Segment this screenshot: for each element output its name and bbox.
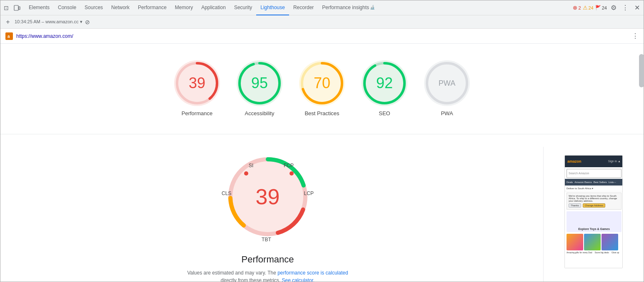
amazon-explore-text: Explore Toys & Games [578,228,610,230]
tab-application[interactable]: Application [197,0,230,15]
tab-elements[interactable]: Elements [25,0,54,15]
score-card-pwa[interactable]: PWA PWA [424,60,470,117]
score-label-best-practices: Best Practices [305,110,339,117]
score-circle-seo: 92 [362,60,407,106]
screenshot-panel: amazon Sign in ▲ Search Amazon Deals Ama… [564,155,631,282]
warn-icon: ⚠ [583,5,588,11]
tab-bar: ⊡ Elements Console Sources Network Perfo… [0,0,644,15]
tab-recorder[interactable]: Recorder [289,0,318,15]
close-icon[interactable]: ✕ [632,3,642,13]
tab-bar-right: ⊗ 2 ⚠ 24 🚩 24 ⚙ ⋮ ✕ [573,3,642,13]
scrollbar[interactable] [639,54,644,87]
score-value-accessibility: 95 [251,74,268,92]
big-gauge: 39 SI FCP LCP TBT CLS [218,147,318,247]
amazon-banner-btns: Thanks Change Address [569,203,619,208]
tab-network[interactable]: Network [107,0,134,15]
amazon-product-3 [602,234,618,250]
tab-security[interactable]: Security [230,0,256,15]
tab-sources[interactable]: Sources [80,0,107,15]
svg-rect-1 [19,7,20,10]
amazon-nav-deals: Deals [567,181,573,183]
score-label-performance: Performance [182,110,212,117]
tab-bar-icons: ⊡ [2,4,21,12]
info-icon: 🚩 [595,5,601,10]
more-options-icon[interactable]: ⋮ [620,3,630,13]
amazon-logo: amazon [567,159,582,163]
score-card-seo[interactable]: 92 SEO [362,60,407,117]
lighthouse-content: 39 Performance 95 Accessibility [0,44,644,282]
score-card-performance[interactable]: 39 Performance [174,60,220,117]
score-label-seo: SEO [379,110,390,117]
performance-note: Values are estimated and may vary. The p… [180,269,355,282]
score-label-accessibility: Accessibility [245,110,275,117]
dock-icon[interactable]: ⊡ [2,4,10,12]
amazon-nav-basics: Amazon Basics [574,181,592,183]
url-more-button[interactable]: ⋮ [632,32,639,40]
see-calculator-link[interactable]: See calculator. [282,277,315,282]
amazon-nav-lists: Lists⋯ [609,181,616,183]
lower-section: 39 SI FCP LCP TBT CLS Performance Values… [13,134,631,282]
amazon-product-1 [567,234,583,250]
error-badge[interactable]: ⊗ 2 [573,5,581,11]
svg-point-19 [244,171,248,176]
url-display[interactable]: https://www.amazon.com/ [16,33,629,39]
site-favicon: a [5,32,13,40]
score-value-performance: 39 [189,74,205,92]
score-circle-accessibility: 95 [237,60,282,106]
address-input[interactable]: 10:34:25 AM – www.amazon.cc ▾ [15,19,82,25]
warn-badge[interactable]: ⚠ 24 [583,5,594,11]
amazon-search-bar: Search Amazon [567,169,622,178]
amazon-change-address-button[interactable]: Change Address [583,203,605,208]
info-badge[interactable]: 🚩 24 [595,5,607,10]
amazon-search-text: Search Amazon [569,172,589,175]
svg-point-18 [290,171,294,176]
amazon-product-2 [584,234,601,250]
amazon-nav: Deals Amazon Basics Best Sellers Lists⋯ [565,179,623,186]
tab-memory[interactable]: Memory [171,0,197,15]
tab-performance-insights[interactable]: Performance insights 🔬 [318,0,379,15]
score-card-best-practices[interactable]: 70 Best Practices [299,60,345,117]
settings-icon[interactable]: ⚙ [609,3,619,13]
error-icon: ⊗ [573,5,577,11]
block-button[interactable]: ⊘ [85,19,90,25]
score-label-pwa: PWA [441,110,453,117]
amazon-header: amazon Sign in ▲ [565,156,623,167]
performance-detail: 39 SI FCP LCP TBT CLS Performance Values… [13,147,522,282]
performance-insights-icon: 🔬 [370,5,375,10]
url-bar: a https://www.amazon.com/ ⋮ [0,29,644,44]
amazon-banner-msg: We're showing you items that ship to Sou… [567,193,622,210]
amazon-nav-sellers: Best Sellers [594,181,607,183]
perf-score-link[interactable]: performance score is calculated [277,270,348,276]
amazon-thanks-button[interactable]: Thanks [569,203,581,208]
devtools-window: ⊡ Elements Console Sources Network Perfo… [0,0,644,282]
tab-console[interactable]: Console [54,0,80,15]
score-circle-pwa: PWA [424,60,470,106]
vertical-divider [543,147,544,282]
amazon-explore-section: Explore Toys & Games [567,211,622,232]
svg-rect-0 [14,5,18,10]
amazon-product-labels: Amazing gifts for every Dad Score big de… [567,251,622,254]
score-value-best-practices: 70 [314,74,330,92]
amazon-signin: Sign in ▲ [608,160,621,163]
score-circle-best-practices: 70 [299,60,345,106]
screenshot-frame: amazon Sign in ▲ Search Amazon Deals Ama… [564,155,623,268]
svg-text:a: a [7,34,10,39]
amazon-delivery-banner: Deliver to South Africa ▾ [565,186,623,191]
big-gauge-value: 39 [256,184,280,209]
score-cards-row: 39 Performance 95 Accessibility [13,52,631,121]
tab-performance[interactable]: Performance [134,0,171,15]
tab-lighthouse[interactable]: Lighthouse [256,0,289,15]
performance-section-title: Performance [242,254,294,265]
address-bar: + 10:34:25 AM – www.amazon.cc ▾ ⊘ [0,15,644,29]
score-value-pwa: PWA [439,79,455,88]
add-tab-button[interactable]: + [4,18,12,26]
amazon-products-row [567,234,622,250]
score-card-accessibility[interactable]: 95 Accessibility [237,60,282,117]
score-circle-performance: 39 [174,60,220,106]
screenshot-mockup: amazon Sign in ▲ Search Amazon Deals Ama… [565,156,623,268]
score-value-seo: 92 [376,74,393,92]
device-toggle-icon[interactable] [13,4,21,12]
main-content: 39 Performance 95 Accessibility [0,44,644,282]
